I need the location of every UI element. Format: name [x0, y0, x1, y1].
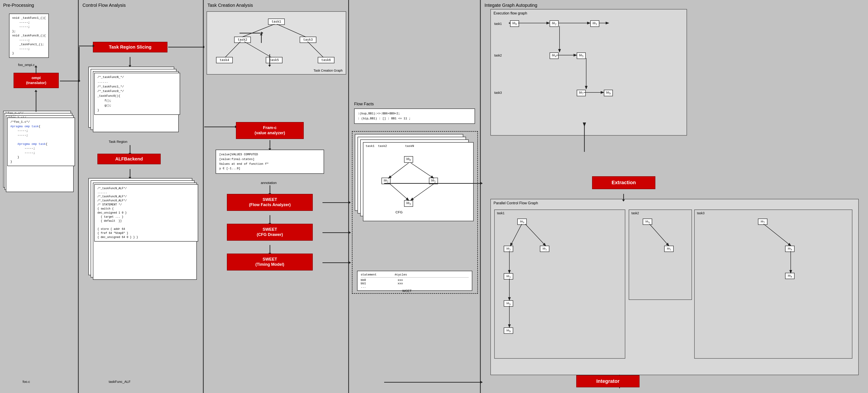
ompi-translator-button[interactable]: ompi(translator) — [13, 73, 59, 88]
pcfg-task2-panel: task2 bb4 bb5 — [629, 210, 692, 300]
pcfg-task3-arrows — [695, 210, 853, 359]
exec-flow-task3-arrows — [575, 89, 620, 97]
pcfg-task2-arrows — [629, 210, 692, 300]
parallel-cfg-title: Parallel Control Flow Graph — [491, 199, 858, 207]
cfg-front-paper: taskN task2 task1 bb0 bb2 bb1 bb3 — [363, 142, 474, 221]
pcfg-task1-panel: task1 bb0 bb2 bb1 bb3 bb6 bb8 — [494, 210, 625, 359]
filename-ompi: foo_ompi.c — [18, 63, 35, 67]
sweet-tm-button[interactable]: SWEET(Timing Model) — [227, 253, 313, 271]
svg-line-7 — [389, 183, 409, 200]
integrator-button[interactable]: Integrator — [576, 375, 640, 387]
svg-line-19 — [525, 224, 546, 246]
task-graph-lines — [207, 12, 347, 75]
extraction-button[interactable]: Extraction — [592, 176, 655, 189]
flow-facts-box: :(bup,BB1):<>:BB6+BB9<2; : (bip,BB1) : [… — [354, 109, 475, 124]
sweet-ff-button[interactable]: SWEET(Flow Facts Analyzer) — [227, 194, 313, 211]
values-computed-box: [value]VALUES COMPUTED [value:final-stat… — [216, 150, 324, 174]
svg-line-0 — [242, 24, 274, 37]
svg-line-18 — [510, 224, 522, 246]
code-box-fooc: /*foo_1.c*/ #pragma omp task{ -----; ---… — [7, 118, 75, 166]
pcfg-task1-arrows — [495, 210, 626, 359]
wcet-table: statement#cycles bb0xxx bb1xxx ... — [357, 271, 472, 291]
svg-line-3 — [244, 41, 271, 57]
cfg-dashed-container: taskN task2 task1 bb0 bb2 bb1 bb3 CFG — [352, 131, 478, 294]
cfg-title-label: CFG — [396, 210, 403, 214]
taskcreation-title: Task Creation Analysis — [204, 0, 348, 11]
wcet-label: WCET — [402, 289, 411, 293]
svg-line-24 — [764, 224, 791, 246]
controlflow-title: Control Flow Analysis — [79, 0, 203, 11]
task-region-slicing-button[interactable]: Task Region Slicing — [93, 42, 167, 53]
code-box-ompi: void _taskFunc1_(){ -----; -----; }; voi… — [9, 13, 49, 58]
svg-line-5 — [389, 163, 409, 178]
code-alf: /*_taskFuncN_ALF*/ ...... /*_taskFuncN_A… — [94, 184, 198, 242]
task-creation-graph: task1 task2 task3 task4 task5 task6 Task… — [207, 11, 346, 74]
filename-fooc: foo.c — [23, 380, 30, 384]
cfg-arrows — [363, 143, 474, 222]
exec-flow-panel: Execution flow graph task1 bb0 bb2 bb3 t… — [490, 9, 687, 135]
svg-line-8 — [411, 183, 435, 200]
to-extraction-arrow — [581, 122, 590, 154]
pcfg-task3-panel: task3 bb7 bb9 bb8 — [694, 210, 852, 359]
framc-button[interactable]: Fram-c(value analyzer) — [236, 122, 304, 139]
alfbackend-button[interactable]: ALFBackend — [97, 154, 161, 164]
parallel-cfg-panel: Parallel Control Flow Graph task1 bb0 bb… — [490, 199, 859, 375]
code-task-region: /*_taskFuncN_*/ ...... /*_taskFunc1_*/ /… — [94, 73, 180, 115]
flow-facts-title: Flow Facts — [354, 102, 374, 107]
task-region-label: Task Region — [109, 140, 127, 144]
exec-flow-title: Execution flow graph — [491, 9, 686, 17]
svg-line-6 — [411, 163, 433, 178]
task2-task3-vline — [583, 58, 592, 91]
annotation-label: annotation — [261, 181, 277, 185]
task-creation-graph-label: Task Creation Graph — [314, 69, 343, 72]
svg-line-2 — [225, 41, 241, 57]
svg-line-1 — [277, 24, 306, 37]
svg-line-4 — [308, 41, 323, 57]
svg-line-23 — [649, 224, 669, 246]
preprocessing-title: Pre-Processing — [0, 0, 78, 11]
task1-task2-vline — [556, 22, 565, 55]
sweet-cfg-button[interactable]: SWEET(CFG Drawer) — [227, 224, 313, 241]
taskfunc-alf-label: taskFunc_ALF — [109, 380, 131, 384]
